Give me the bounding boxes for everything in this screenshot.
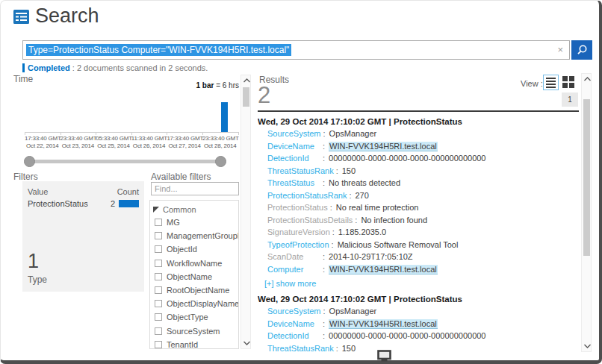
filter-checkbox[interactable] <box>155 313 162 321</box>
field-value: 00000000-0000-0000-0000-000000000000 <box>329 154 485 163</box>
scrollbar-thumb[interactable] <box>243 87 249 107</box>
time-axis-tick: 17:33:40 GMT Oct 27, 2014 <box>167 135 202 150</box>
available-filters-list: Common MG ManagementGroupName ObjectId W… <box>149 200 239 349</box>
field-name[interactable]: ProtectionStatusRank <box>267 191 347 200</box>
field-value: 1.185.2035.0 <box>338 228 386 236</box>
filter-checkbox[interactable] <box>155 232 162 239</box>
field-colon: : <box>332 240 334 249</box>
filter-checkbox[interactable] <box>155 219 162 226</box>
scroll-down-icon[interactable] <box>242 339 251 348</box>
filters-table-header: Value Count <box>28 187 139 196</box>
page-number-button[interactable]: 1 <box>562 92 578 107</box>
filter-item-label: ManagementGroupName <box>167 231 239 240</box>
field-name[interactable]: ThreatStatusRank <box>267 166 334 175</box>
available-filter-item[interactable]: ObjectName <box>150 270 238 283</box>
field-value: 150 <box>342 344 356 353</box>
find-filter-input[interactable] <box>151 182 239 195</box>
field-name[interactable]: SourceSystem <box>267 129 321 138</box>
view-list-button[interactable] <box>543 75 559 90</box>
field-colon: : <box>323 356 325 357</box>
field-name[interactable]: SignatureVersion <box>267 228 330 236</box>
magnifier-icon <box>576 44 588 56</box>
filter-group-common[interactable]: Common <box>150 201 238 216</box>
filter-checkbox[interactable] <box>155 300 162 307</box>
result-field-row: DeviceName : WIN-FVVK194H5RI.test.local <box>258 319 579 332</box>
search-input[interactable]: Type=ProtectionStatus Computer="WIN-FVVK… <box>22 40 570 60</box>
time-range-slider-track[interactable] <box>30 160 226 163</box>
filter-checkbox[interactable] <box>155 260 162 267</box>
field-name[interactable]: ProtectionStatusDetails <box>267 216 353 225</box>
time-axis-tick: 11:33:40 GMT Oct 26, 2014 <box>131 135 167 150</box>
field-colon: : <box>332 228 335 236</box>
group-expanded-icon <box>153 207 159 213</box>
result-field-row: SourceSystem : OpsManager <box>258 129 579 142</box>
field-name[interactable]: ScanDate <box>267 252 320 261</box>
field-name[interactable]: DeviceName <box>267 142 320 151</box>
time-range-slider-handle-left[interactable] <box>24 156 35 167</box>
search-button[interactable] <box>571 40 592 60</box>
left-panel-scrollbar[interactable] <box>241 75 251 349</box>
field-name[interactable]: ThreatStatus <box>267 356 320 357</box>
result-field-row: ThreatStatus : No threats detected <box>258 356 579 357</box>
field-value: No infection found <box>361 216 427 225</box>
filter-item-label: SourceSystem <box>167 327 220 336</box>
filter-checkbox[interactable] <box>155 341 162 348</box>
result-field-row: TypeofProtection : Malicious Software Re… <box>258 240 579 253</box>
show-more-link[interactable]: [+] show more <box>258 277 579 289</box>
filter-item-label: RootObjectName <box>167 286 229 295</box>
available-filters-label: Available filters <box>151 172 211 182</box>
available-filter-item[interactable]: ObjectId <box>150 242 238 256</box>
available-filter-item[interactable]: ObjectDisplayName <box>150 297 238 310</box>
field-value: WIN-FVVK194H5RI.test.local <box>329 319 438 329</box>
available-filter-item[interactable]: RootObjectName <box>150 283 238 297</box>
filter-row-protectionstatus[interactable]: ProtectionStatus 2 <box>28 199 139 208</box>
results-scrollbar[interactable] <box>581 73 592 352</box>
time-axis-tick: 23:33:40 GMT Oct 23, 2014 <box>60 135 96 150</box>
scroll-down-icon[interactable] <box>583 342 592 351</box>
available-filter-item[interactable]: MG <box>150 216 238 229</box>
available-filter-item[interactable]: SourceSystem <box>150 324 238 338</box>
filter-checkbox[interactable] <box>155 273 162 280</box>
bar-legend-bold: 1 bar <box>196 81 214 90</box>
field-value: Malicious Software Removal Tool <box>338 240 459 249</box>
time-range-slider-handle-right[interactable] <box>215 156 226 167</box>
view-grid-button[interactable] <box>562 76 575 89</box>
result-field-row: ProtectionStatusRank : 270 <box>258 191 579 204</box>
field-value: OpsManager <box>329 129 377 138</box>
field-name[interactable]: SourceSystem <box>267 307 321 316</box>
filter-checkbox[interactable] <box>155 286 162 294</box>
clear-search-icon[interactable]: × <box>557 45 563 55</box>
field-name[interactable]: ThreatStatus <box>267 178 320 187</box>
filter-item-label: MG <box>167 218 180 227</box>
result-field-row: ThreatStatusRank : 150 <box>258 344 579 357</box>
field-value: No real time protection <box>336 203 419 212</box>
field-name[interactable]: Computer <box>267 265 320 274</box>
field-name[interactable]: TypeofProtection <box>267 240 329 249</box>
filter-checkbox[interactable] <box>155 327 162 335</box>
field-colon: : <box>323 252 325 261</box>
scrollbar-thumb[interactable] <box>583 99 590 256</box>
field-name[interactable]: ProtectionStatus <box>267 203 328 212</box>
filter-checkbox[interactable] <box>155 245 162 253</box>
field-name[interactable]: ThreatStatusRank <box>267 344 334 353</box>
available-filter-item[interactable]: ManagementGroupName <box>150 229 238 242</box>
filter-row-value: ProtectionStatus <box>28 199 88 208</box>
filter-item-label: WorkflowName <box>167 259 222 268</box>
field-name[interactable]: DeviceName <box>267 319 320 328</box>
page-title: Search <box>35 4 99 28</box>
filters-col-count: Count <box>117 187 139 196</box>
field-value: 00000000-0000-0000-0000-000000000000 <box>329 331 485 340</box>
search-query-text[interactable]: Type=ProtectionStatus Computer="WIN-FVVK… <box>26 44 291 56</box>
field-name[interactable]: DetectionId <box>267 154 320 163</box>
field-name[interactable]: DetectionId <box>267 331 320 340</box>
field-colon: : <box>323 154 325 163</box>
available-filter-item[interactable]: TenantId <box>150 338 238 349</box>
scroll-up-icon[interactable] <box>242 76 251 85</box>
filter-item-label: ObjectId <box>167 245 197 254</box>
view-toggle-label: View : <box>521 79 543 88</box>
available-filter-item[interactable]: ObjectType <box>150 310 238 324</box>
time-chart-bar[interactable] <box>221 102 228 132</box>
scroll-up-icon[interactable] <box>583 75 592 84</box>
available-filter-item[interactable]: WorkflowName <box>150 257 238 270</box>
bar-legend: 1 bar = 6 hrs <box>134 81 239 90</box>
